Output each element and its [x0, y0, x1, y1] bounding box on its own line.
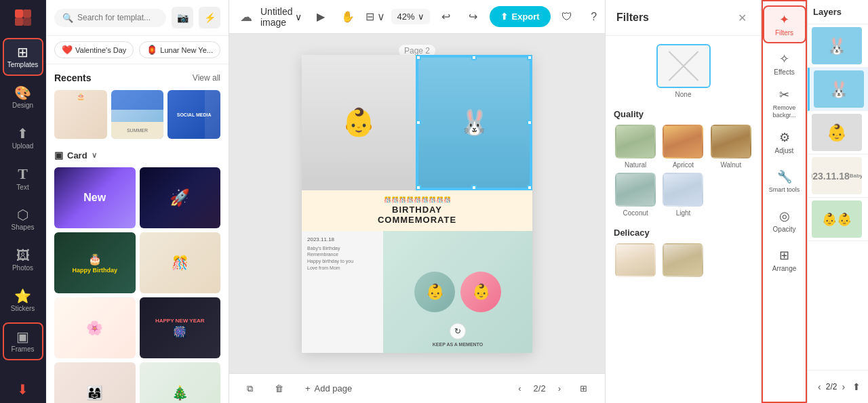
image-search-button[interactable]: 📷 [172, 7, 193, 28]
page-copy-button[interactable]: ⧉ [240, 379, 260, 398]
right-tool-opacity[interactable]: ◎ Opacity [763, 202, 806, 240]
sidebar-item-text[interactable]: T Text [3, 160, 43, 198]
none-filter-label: None [675, 91, 692, 98]
filter-delicacy-2[interactable] [661, 243, 705, 277]
export-icon: ⬆ [500, 12, 508, 22]
sidebar-item-photos[interactable]: 🖼 Photos [3, 241, 43, 279]
export-button[interactable]: ⬆ Export [490, 6, 551, 27]
help-button[interactable]: ? [583, 6, 605, 28]
apricot-label: Apricot [673, 161, 694, 169]
right-tool-filters[interactable]: ✦ Filters [763, 5, 806, 43]
frame-tool[interactable]: ⊟ ∨ [364, 6, 386, 28]
sidebar-item-upload[interactable]: ⬆ Upload [3, 119, 43, 157]
remove-bg-label: Remove backgr... [763, 104, 806, 119]
sidebar-item-design[interactable]: 🎨 Design [3, 79, 43, 116]
recent-thumb-2[interactable]: SUMMER [111, 90, 164, 139]
layer-item-1[interactable]: 🐰 [808, 24, 868, 68]
zoom-control[interactable]: 42% ∨ [391, 9, 429, 24]
opacity-label: Opacity [773, 226, 796, 233]
right-tool-arrange[interactable]: ⊞ Arrange [763, 241, 806, 279]
canvas-photo-area[interactable]: 👶 👶 KEEP AS A MEMENTO ↻ [383, 231, 532, 353]
undo-button[interactable]: ↩ [435, 6, 457, 28]
prev-page-button[interactable]: ‹ [511, 379, 528, 398]
template-panel: 🔍 📷 ⚡ ❤️ Valentine's Day 🏮 Lunar New Ye.… [46, 0, 229, 403]
arrange-label: Arrange [772, 265, 797, 272]
canvas-baby-photo[interactable]: 👶 [302, 55, 416, 190]
canvas-container: Page 2 ⊞ ⊠ ⧉ ··· 👶 🐰 [229, 34, 605, 373]
add-page-button[interactable]: + Add page [298, 379, 359, 398]
tag-lunar[interactable]: 🏮 Lunar New Ye... [139, 41, 220, 58]
title-dropdown-icon: ∨ [295, 12, 302, 22]
sidebar-item-label: Upload [12, 142, 34, 150]
filters-close-button[interactable]: ✕ [734, 9, 750, 26]
card-thumb-new[interactable]: New [54, 167, 136, 228]
tag-valentines[interactable]: ❤️ Valentine's Day [54, 41, 134, 58]
sidebar-item-frames[interactable]: ▣ Frames [3, 322, 43, 360]
filter-none[interactable] [656, 44, 711, 88]
document-title[interactable]: Untitled image ∨ [260, 6, 302, 28]
recent-thumb-1[interactable]: 🎂 [54, 90, 107, 139]
expand-layers[interactable]: ⬆ [850, 376, 863, 398]
card-thumb-holiday[interactable]: 🎄 [140, 362, 221, 403]
filter-walnut[interactable]: Walnut [709, 125, 753, 169]
page-delete-button[interactable]: 🗑 [268, 379, 290, 398]
sidebar-item-shapes[interactable]: ⬡ Shapes [3, 200, 43, 238]
card-thumb-birthday[interactable]: 🎂 Happy Birthday [54, 232, 136, 293]
templates-icon: ⊞ [17, 45, 28, 59]
search-box[interactable]: 🔍 [54, 9, 166, 27]
canvas-bunny-photo[interactable]: 🐰 [416, 55, 532, 190]
page-navigation: ‹ 2/2 › ⊞ [511, 379, 594, 398]
sidebar-item-stickers[interactable]: ⭐ Stickers [3, 282, 43, 320]
expand-pages-button[interactable]: ⊞ [573, 379, 594, 398]
app-logo[interactable] [11, 5, 35, 30]
sidebar-item-templates[interactable]: ⊞ Templates [3, 38, 43, 76]
filter-light[interactable]: Light [661, 173, 705, 217]
filter-delicacy-1[interactable] [614, 243, 657, 277]
recents-grid: 🎂 SUMMER SOCIAL MEDIA [54, 90, 220, 139]
filters-header: Filters ✕ [606, 0, 761, 36]
layer-thumb-1: 🐰 [812, 27, 862, 64]
search-input[interactable] [77, 13, 158, 22]
lunar-emoji: 🏮 [146, 45, 157, 55]
page-count: 2/2 [826, 382, 837, 391]
layer-item-4[interactable]: 2023.11.18Baby's... [808, 154, 868, 198]
pan-tool[interactable]: ✋ [337, 6, 359, 28]
view-all-link[interactable]: View all [193, 73, 220, 83]
sidebar-item-label: Frames [12, 345, 35, 353]
upload-icon: ⬆ [17, 127, 28, 140]
next-page-nav[interactable]: › [837, 376, 850, 398]
card-thumb-birthday3[interactable]: HAPPY NEW YEAR 🎆 [140, 297, 221, 358]
layer-item-5[interactable]: 👶👶 [808, 198, 868, 241]
card-thumb-birthday2[interactable]: 🎊 [140, 232, 221, 293]
layer-item-2[interactable]: 🐰 [808, 68, 868, 111]
layer-item-3[interactable]: 👶 [808, 111, 868, 154]
sidebar-item-label: Stickers [11, 305, 35, 312]
card-thumb-family[interactable]: 👨‍👩‍👧 [54, 362, 136, 403]
select-tool[interactable]: ▶ [310, 6, 332, 28]
sidebar-item-label: Design [12, 102, 33, 109]
redo-button[interactable]: ↪ [462, 6, 484, 28]
arrange-icon: ⊞ [779, 248, 789, 263]
arrow-down-indicator: ⬇ [17, 382, 28, 397]
card-thumb-new-year[interactable]: 🌸 [54, 297, 136, 358]
right-tool-remove-bg[interactable]: ✂ Remove backgr... [763, 84, 806, 122]
right-tool-adjust[interactable]: ⚙ Adjust [763, 123, 806, 161]
filter-natural[interactable]: Natural [614, 125, 657, 169]
card-icon: ▣ [54, 150, 63, 161]
shield-icon-btn[interactable]: 🛡 [556, 6, 578, 28]
layers-title: Layers [808, 0, 868, 24]
card-thumb-space[interactable]: 🚀 [140, 167, 221, 228]
refresh-button[interactable]: ↻ [450, 323, 466, 339]
recent-thumb-3[interactable]: SOCIAL MEDIA [167, 90, 220, 139]
frames-icon: ▣ [16, 330, 29, 343]
search-icon: 🔍 [62, 13, 73, 23]
right-tool-effects[interactable]: ✧ Effects [763, 45, 806, 83]
filter-apricot[interactable]: Apricot [661, 125, 705, 169]
prev-page-nav[interactable]: ‹ [813, 376, 826, 398]
walnut-label: Walnut [720, 161, 741, 169]
right-tool-smart[interactable]: 🔧 Smart tools [763, 163, 806, 200]
left-sidebar: ⊞ Templates 🎨 Design ⬆ Upload T Text ⬡ S… [0, 0, 46, 403]
filter-search-button[interactable]: ⚡ [199, 7, 220, 28]
next-page-button[interactable]: › [551, 379, 568, 398]
filter-coconut[interactable]: Coconut [614, 173, 657, 217]
